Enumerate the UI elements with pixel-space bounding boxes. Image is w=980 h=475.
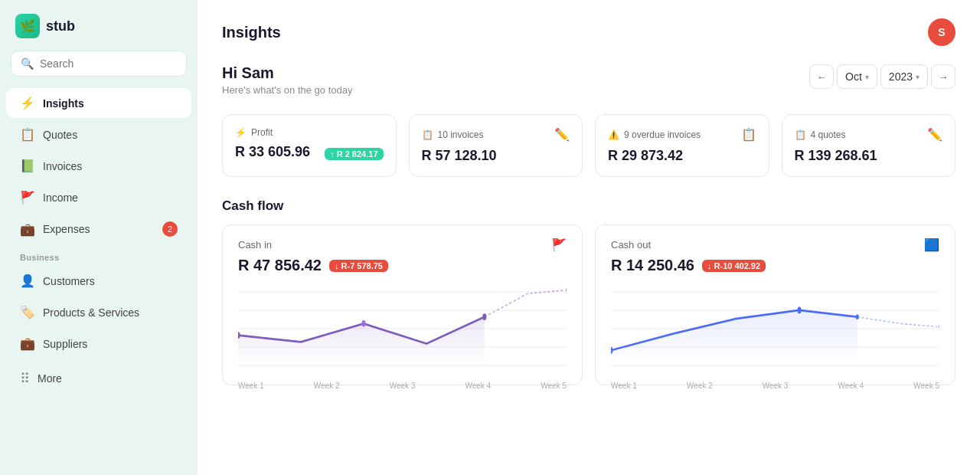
card-quotes-title: 📋 4 quotes ✏️: [795, 127, 943, 142]
card-invoices: 📋 10 invoices ✏️ R 57 128.10: [409, 114, 583, 177]
summary-cards: ⚡ Profit R 33 605.96 ↑ R 2 824.17 📋 10 i…: [222, 114, 956, 177]
month-value: Oct: [845, 70, 862, 83]
sidebar-label-quotes: Quotes: [43, 129, 77, 141]
sidebar-item-invoices[interactable]: 📗 Invoices: [6, 151, 191, 181]
svg-point-17: [798, 307, 802, 314]
lightning-icon: ⚡: [20, 96, 35, 110]
main-header: Insights S: [222, 18, 956, 46]
card-invoices-title: 📋 10 invoices ✏️: [422, 127, 570, 142]
profit-badge: ↑ R 2 824.17: [325, 148, 383, 160]
cash-in-flag-icon: 🚩: [551, 238, 567, 252]
cashflow-in-value-row: R 47 856.42 ↓ R-7 578.75: [238, 257, 567, 274]
date-next-button[interactable]: →: [931, 64, 956, 89]
header-right: S: [928, 18, 956, 46]
sidebar-label-expenses: Expenses: [43, 223, 90, 235]
business-section-label: Business: [0, 245, 198, 265]
sidebar-item-expenses[interactable]: 💼 Expenses 2: [6, 214, 191, 244]
sidebar-item-customers[interactable]: 👤 Customers: [6, 266, 191, 296]
year-chevron-icon: ▾: [916, 73, 920, 81]
cashflow-out-x-labels: Week 1 Week 2 Week 3 Week 4 Week 5: [611, 378, 939, 390]
cashflow-section-title: Cash flow: [222, 198, 956, 214]
year-value: 2023: [889, 70, 913, 83]
overdue-action-icon[interactable]: 📋: [741, 127, 756, 142]
quotes-icon: 📋: [20, 127, 35, 142]
logo-icon: 🌿: [15, 14, 40, 38]
month-chevron-icon: ▾: [865, 73, 869, 81]
sidebar-item-insights[interactable]: ⚡ Insights: [6, 88, 191, 118]
svg-point-7: [362, 320, 366, 327]
cashflow-in-svg: [238, 283, 567, 375]
cashflow-in-title-row: Cash in 🚩: [238, 238, 567, 252]
cashflow-out-badge: ↓ R-10 402.92: [702, 260, 766, 272]
sidebar: 🌿 stub 🔍 ⚡ Insights 📋 Quotes 📗 Invoices …: [0, 0, 198, 475]
main-content: Insights S Hi Sam Here's what's on the g…: [198, 0, 980, 475]
search-input[interactable]: [40, 57, 177, 70]
income-icon: 🚩: [20, 190, 35, 205]
quotes-card-icon: 📋: [795, 129, 806, 140]
card-profit-title: ⚡ Profit: [235, 127, 384, 138]
card-profit-value: R 33 605.96: [235, 144, 310, 160]
sidebar-label-insights: Insights: [43, 97, 84, 110]
cashflow-in-value: R 47 856.42: [238, 257, 322, 274]
cashflow-out-value: R 14 250.46: [611, 257, 694, 274]
cashflow-out-title-row: Cash out 🟦: [611, 238, 939, 252]
svg-point-18: [856, 314, 859, 319]
sidebar-label-suppliers: Suppliers: [43, 338, 87, 350]
greeting-row: Hi Sam Here's what's on the go today ← O…: [222, 64, 956, 96]
svg-point-8: [482, 313, 486, 320]
svg-point-9: [565, 287, 567, 293]
sidebar-label-income: Income: [43, 192, 78, 204]
date-prev-button[interactable]: ←: [809, 64, 834, 89]
search-box[interactable]: 🔍: [11, 51, 187, 77]
avatar: S: [928, 18, 956, 46]
quotes-action-icon[interactable]: ✏️: [927, 127, 942, 142]
sidebar-item-quotes[interactable]: 📋 Quotes: [6, 120, 191, 149]
card-quotes-value: R 139 268.61: [795, 148, 877, 163]
cashflow-in-x-labels: Week 1 Week 2 Week 3 Week 4 Week 5: [238, 378, 567, 390]
products-icon: 🏷️: [20, 305, 35, 319]
cashflow-out-value-row: R 14 250.46 ↓ R-10 402.92: [611, 257, 939, 274]
logo-area: 🌿 stub: [0, 0, 198, 51]
expenses-icon: 💼: [20, 222, 35, 237]
card-invoices-value: R 57 128.10: [422, 148, 497, 163]
sidebar-item-products-services[interactable]: 🏷️ Products & Services: [6, 297, 191, 327]
date-nav: ← Oct ▾ 2023 ▾ →: [809, 64, 956, 89]
cashflow-out-chart: Week 1 Week 2 Week 3 Week 4 Week 5: [611, 283, 939, 375]
app-name: stub: [46, 18, 75, 34]
overdue-icon: ⚠️: [608, 129, 619, 140]
card-quotes: 📋 4 quotes ✏️ R 139 268.61: [782, 114, 956, 177]
sidebar-item-income[interactable]: 🚩 Income: [6, 182, 191, 212]
cashflow-in-label: Cash in: [238, 239, 272, 251]
cashflow-out-label: Cash out: [611, 239, 651, 251]
expenses-badge: 2: [162, 221, 178, 237]
cashflow-in-badge: ↓ R-7 578.75: [329, 260, 388, 272]
month-select[interactable]: Oct ▾: [837, 64, 877, 89]
sidebar-label-customers: Customers: [43, 275, 95, 287]
cashflow-card-in: Cash in 🚩 R 47 856.42 ↓ R-7 578.75: [222, 224, 583, 385]
greeting-title: Hi Sam: [222, 64, 352, 82]
svg-point-19: [938, 324, 939, 329]
page-title: Insights: [222, 24, 281, 41]
customers-icon: 👤: [20, 274, 35, 288]
invoices-action-icon[interactable]: ✏️: [554, 127, 570, 142]
greeting-block: Hi Sam Here's what's on the go today: [222, 64, 352, 96]
search-icon: 🔍: [21, 57, 34, 70]
profit-icon: ⚡: [235, 127, 247, 138]
more-icon: ⠿: [20, 370, 30, 387]
card-overdue-title: ⚠️ 9 overdue invoices 📋: [608, 127, 756, 142]
cash-out-flag-icon: 🟦: [924, 238, 939, 252]
year-select[interactable]: 2023 ▾: [880, 64, 928, 89]
card-profit-row: R 33 605.96 ↑ R 2 824.17: [235, 144, 384, 163]
sidebar-item-more[interactable]: ⠿ More: [6, 362, 191, 395]
greeting-sub: Here's what's on the go today: [222, 84, 352, 96]
sidebar-label-more: More: [38, 372, 62, 385]
cashflow-in-chart: Week 1 Week 2 Week 3 Week 4 Week 5: [238, 283, 567, 375]
sidebar-item-suppliers[interactable]: 💼 Suppliers: [6, 329, 191, 359]
cashflow-card-out: Cash out 🟦 R 14 250.46 ↓ R-10 402.92: [595, 224, 956, 385]
sidebar-label-invoices: Invoices: [43, 160, 82, 172]
cashflow-out-svg: [611, 283, 939, 375]
card-overdue: ⚠️ 9 overdue invoices 📋 R 29 873.42: [595, 114, 769, 177]
cashflow-grid: Cash in 🚩 R 47 856.42 ↓ R-7 578.75: [222, 224, 956, 385]
suppliers-icon: 💼: [20, 336, 35, 351]
invoices-icon: 📗: [20, 159, 35, 173]
